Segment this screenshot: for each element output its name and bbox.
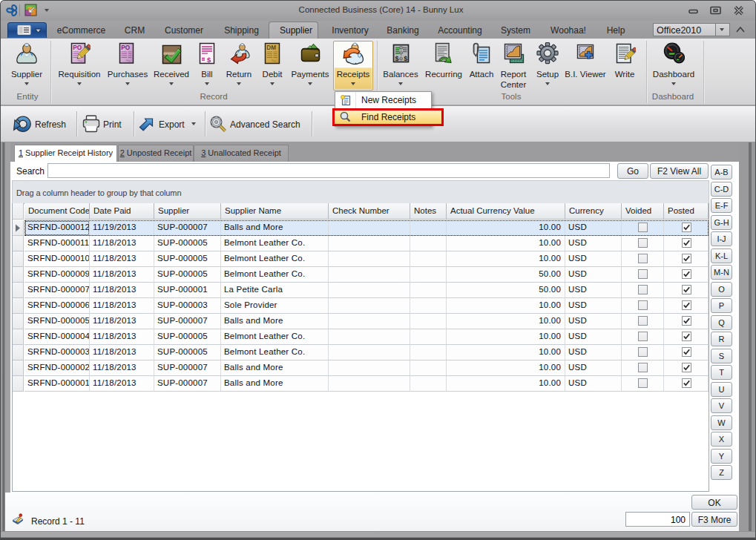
svg-text:$: $ <box>395 55 399 62</box>
svg-text:PO: PO <box>73 45 82 51</box>
svg-text:DM: DM <box>266 45 276 51</box>
svg-text:$: $ <box>404 55 407 62</box>
svg-text:$: $ <box>207 56 211 64</box>
svg-text:PO: PO <box>121 45 130 51</box>
